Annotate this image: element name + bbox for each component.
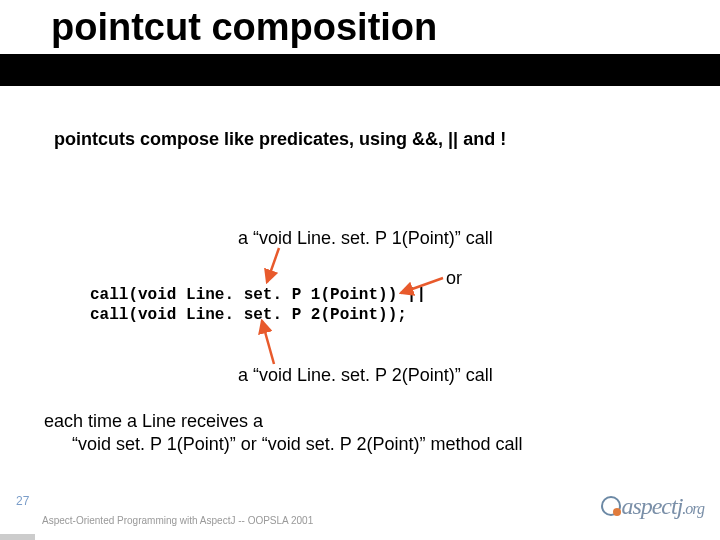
logo: aspectj.org [601, 493, 704, 520]
slide-title: pointcut composition [51, 8, 437, 48]
svg-line-0 [267, 248, 279, 282]
arrow-or-left [397, 268, 447, 298]
svg-line-1 [401, 278, 443, 293]
annotation-setp1: a “void Line. set. P 1(Point)” call [238, 228, 493, 249]
intro-text: pointcuts compose like predicates, using… [54, 128, 674, 151]
footer-bar [0, 534, 35, 540]
code-line-2: call(void Line. set. P 2(Point)); [90, 306, 407, 324]
annotation-setp2: a “void Line. set. P 2(Point)” call [238, 365, 493, 386]
description-line-2: “void set. P 1(Point)” or “void set. P 2… [72, 433, 523, 456]
arrow-top-down [265, 248, 295, 288]
footer-text: Aspect-Oriented Programming with AspectJ… [42, 515, 313, 526]
slide-number: 27 [16, 494, 29, 508]
description-line-1: each time a Line receives a [44, 410, 523, 433]
svg-line-2 [262, 321, 274, 364]
title-black-band [0, 54, 720, 86]
logo-icon [601, 496, 621, 516]
description: each time a Line receives a “void set. P… [44, 410, 523, 457]
arrow-bottom-up [258, 318, 288, 368]
code-line-1: call(void Line. set. P 1(Point)) || [90, 286, 426, 304]
annotation-or: or [446, 268, 462, 289]
